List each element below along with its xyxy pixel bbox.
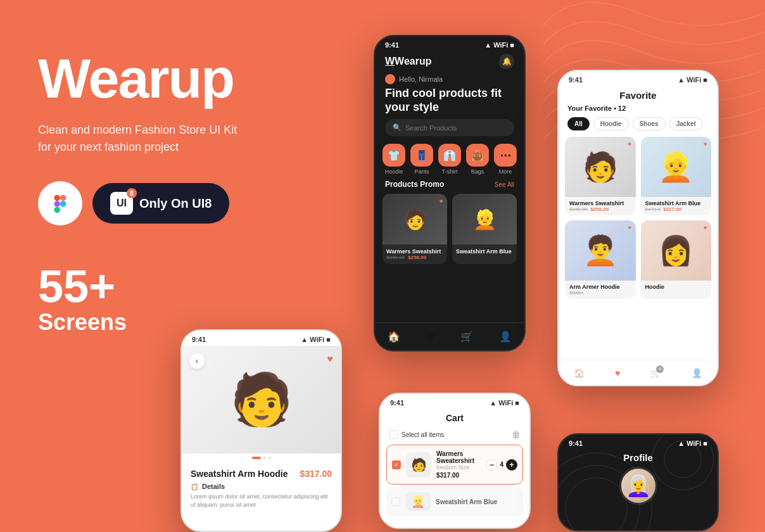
phone-home: 9:41 ▲ WiFi ■ WWearup 🔔 Hello, Nirmala F… bbox=[374, 35, 526, 352]
qty-decrease[interactable]: − bbox=[486, 459, 497, 471]
fav-card-3[interactable]: 🧑‍🦱 ♥ Arm Armer Hoodie $348+ bbox=[565, 220, 636, 299]
left-section: Wearup Clean and modern Fashion Store UI… bbox=[38, 51, 342, 336]
pants-icon: 👖 bbox=[410, 144, 433, 167]
category-row: 👕 Hoodie 👖 Pants 👔 T-shirt 👜 Bags ⋯ More bbox=[375, 144, 524, 180]
fav-img-2: 👱 ♥ bbox=[641, 137, 712, 197]
status-bar-cart: 9:41 ▲WiFi■ bbox=[380, 394, 529, 409]
brand-subtitle: Clean and modern Fashion Store UI Kit fo… bbox=[38, 122, 342, 156]
product-card-2[interactable]: 👱 ♡ Sweatshirt Arm Blue bbox=[452, 194, 517, 264]
home-header: WWearup 🔔 bbox=[375, 51, 524, 74]
phone-cart: 9:41 ▲WiFi■ Cart Select all items 🗑 ✓ 🧑 … bbox=[379, 393, 531, 529]
profile-title: Profile bbox=[559, 450, 718, 467]
home-tagline: Find cool products fit your style bbox=[375, 84, 524, 119]
more-icon: ⋯ bbox=[494, 144, 517, 167]
back-button[interactable]: ‹ bbox=[189, 353, 205, 369]
product-img-1: 🧑 ♥ bbox=[382, 194, 447, 244]
products-header: Products Promo See All bbox=[375, 180, 524, 194]
cat-tshirt[interactable]: 👔 T-shirt bbox=[438, 144, 461, 175]
fav-grid: 🧑 ♥ Warmers Sweatshirt $348.00 $258.00 👱… bbox=[559, 137, 718, 299]
bottom-nav-home: 🏠 ♡ 🛒 👤 bbox=[375, 322, 524, 350]
svg-rect-0 bbox=[54, 195, 60, 201]
svg-rect-1 bbox=[60, 195, 66, 201]
cat-more[interactable]: ⋯ More bbox=[494, 144, 517, 175]
fav-subtitle: Your Favorite • 12 bbox=[559, 104, 718, 117]
tab-all[interactable]: All bbox=[567, 117, 590, 130]
cart-qty-1: − 4 + bbox=[486, 459, 517, 471]
cart-item-1[interactable]: ✓ 🧑 Warmers Sweatershirt Medium Size $31… bbox=[386, 445, 523, 484]
cat-pants[interactable]: 👖 Pants bbox=[410, 144, 433, 175]
fav-card-4[interactable]: 👩 ♥ Hoodie bbox=[641, 220, 712, 299]
tab-hoodie[interactable]: Hoodie bbox=[593, 117, 629, 130]
tab-shoes[interactable]: Shoes bbox=[633, 117, 666, 130]
select-all-label[interactable]: Select all items bbox=[389, 430, 444, 439]
filter-tabs: All Hoodie Shoes Jacket bbox=[559, 117, 718, 137]
cart-title: Cart bbox=[380, 409, 529, 427]
phone-profile: 9:41 ▲WiFi■ Profile 👩‍🦳 bbox=[557, 433, 719, 531]
figma-badge[interactable] bbox=[38, 181, 82, 225]
cat-hoodie[interactable]: 👕 Hoodie bbox=[382, 144, 405, 175]
user-avatar-sm bbox=[385, 74, 395, 84]
qty-increase[interactable]: + bbox=[506, 459, 517, 471]
status-bar-home: 9:41 ▲ WiFi ■ bbox=[375, 36, 524, 51]
badge-row: UI 8 Only On UI8 bbox=[38, 181, 342, 225]
heart-icon-1[interactable]: ♥ bbox=[439, 198, 443, 205]
pagination-dots bbox=[182, 453, 341, 462]
cart-item-checkbox-1[interactable]: ✓ bbox=[392, 460, 401, 469]
fav-card-1[interactable]: 🧑 ♥ Warmers Sweatshirt $348.00 $258.00 bbox=[565, 137, 636, 215]
search-input[interactable] bbox=[405, 124, 507, 132]
fav-heart-2[interactable]: ♥ bbox=[704, 141, 707, 148]
detail-heart-icon[interactable]: ♥ bbox=[327, 353, 334, 365]
fav-img-1: 🧑 ♥ bbox=[565, 137, 636, 197]
cart-item-checkbox-2[interactable] bbox=[391, 497, 400, 506]
cart-item-2[interactable]: 👱 Sweatshirt Arm Blue bbox=[386, 487, 523, 516]
cart-item-img-1: 🧑 bbox=[406, 452, 431, 478]
svg-point-4 bbox=[60, 201, 66, 206]
tshirt-icon: 👔 bbox=[438, 144, 461, 167]
search-bar[interactable]: 🔍 bbox=[385, 119, 514, 136]
nav-home[interactable]: 🏠 bbox=[388, 331, 400, 343]
nav-heart[interactable]: ♡ bbox=[426, 331, 435, 343]
fav-heart-4[interactable]: ♥ bbox=[704, 224, 707, 231]
delete-icon[interactable]: 🗑 bbox=[512, 429, 521, 440]
fav-heart-1[interactable]: ♥ bbox=[628, 141, 632, 148]
product-img-2: 👱 ♡ bbox=[452, 194, 517, 244]
heart-icon-2[interactable]: ♡ bbox=[507, 198, 513, 205]
search-icon: 🔍 bbox=[393, 124, 401, 132]
ui8-badge[interactable]: UI 8 Only On UI8 bbox=[92, 183, 229, 224]
tab-jacket[interactable]: Jacket bbox=[669, 117, 703, 130]
product-card-1[interactable]: 🧑 ♥ Warmers Sweatshirt $348.00 $258.00 bbox=[382, 194, 447, 264]
hoodie-icon: 👕 bbox=[382, 144, 405, 167]
svg-rect-2 bbox=[54, 201, 60, 206]
status-bar-fav: 9:41 ▲WiFi■ bbox=[559, 71, 718, 86]
nav-profile[interactable]: 👤 bbox=[499, 331, 512, 343]
phone-favorites: 9:41 ▲WiFi■ Favorite Your Favorite • 12 … bbox=[557, 70, 719, 386]
profile-avatar: 👩‍🦳 bbox=[619, 467, 657, 505]
nav-profile-fav[interactable]: 👤 bbox=[692, 368, 702, 378]
cart-item-img-2: 👱 bbox=[405, 492, 431, 511]
cat-bags[interactable]: 👜 Bags bbox=[466, 144, 489, 175]
phone-detail: 9:41 ▲WiFi■ ‹ ♥ 🧑 Sweatshirt Arm Hoodie … bbox=[180, 329, 342, 532]
bell-icon[interactable]: 🔔 bbox=[499, 54, 514, 69]
cart-select-row: Select all items 🗑 bbox=[380, 427, 529, 442]
profile-avatar-container: 👩‍🦳 bbox=[559, 467, 718, 505]
bottom-nav-fav: 🏠 ♥ 🛒 4 👤 bbox=[559, 360, 718, 385]
home-greeting: Hello, Nirmala bbox=[375, 74, 524, 84]
nav-cart[interactable]: 🛒 bbox=[460, 331, 473, 343]
bags-icon: 👜 bbox=[466, 144, 489, 167]
select-all-checkbox[interactable] bbox=[389, 430, 398, 439]
fav-title: Favorite bbox=[559, 86, 718, 104]
home-logo: WWearup bbox=[385, 56, 432, 67]
product-info-2: Sweatshirt Arm Blue bbox=[452, 244, 517, 258]
detail-info: Sweatshirt Arm Hoodie $317.00 📋 Details … bbox=[182, 462, 341, 515]
product-info-1: Warmers Sweatshirt $348.00 $258.00 bbox=[382, 244, 447, 264]
figma-icon bbox=[49, 192, 72, 215]
brand-title: Wearup bbox=[38, 51, 342, 106]
nav-home-fav[interactable]: 🏠 bbox=[574, 368, 585, 378]
nav-cart-fav[interactable]: 🛒 4 bbox=[650, 368, 661, 378]
svg-rect-3 bbox=[54, 207, 60, 213]
fav-heart-3[interactable]: ♥ bbox=[628, 224, 632, 231]
nav-heart-fav[interactable]: ♥ bbox=[615, 368, 620, 378]
ui8-logo: UI 8 bbox=[110, 192, 133, 215]
fav-card-2[interactable]: 👱 ♥ Sweatshirt Arm Blue $470.0 $317.00 bbox=[641, 137, 712, 215]
fav-img-4: 👩 ♥ bbox=[641, 220, 712, 281]
